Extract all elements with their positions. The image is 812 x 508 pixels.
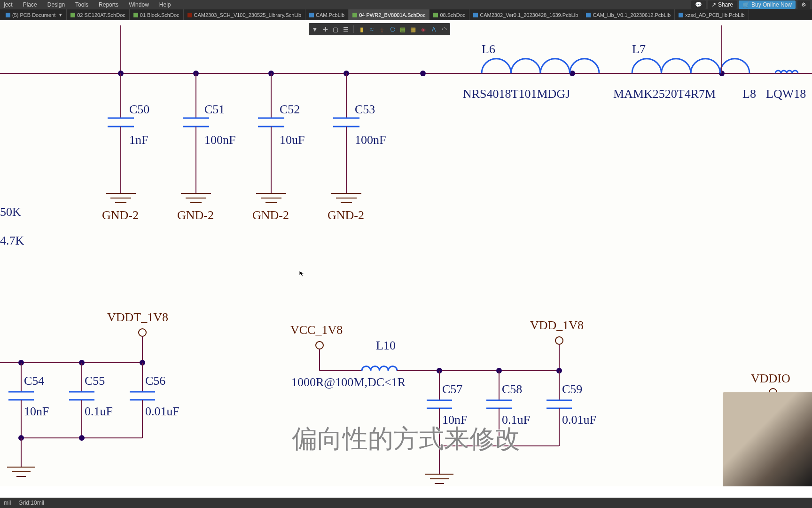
svg-text:VDDIO: VDDIO: [751, 372, 790, 385]
svg-point-104: [555, 337, 563, 344]
svg-text:C54: C54: [24, 374, 44, 388]
svg-text:L8: L8: [742, 87, 756, 101]
subtitle-overlay: 偏向性的方式来修改: [292, 422, 520, 456]
svg-text:GND-2: GND-2: [328, 208, 364, 222]
menu-bar: ject Place Design Tools Reports Window H…: [0, 0, 812, 9]
svg-text:GND-2: GND-2: [252, 208, 289, 222]
svg-text:L7: L7: [632, 42, 646, 56]
netlabel-icon[interactable]: ▤: [398, 25, 407, 33]
svg-point-95: [316, 341, 323, 349]
tab-label: xzsd_AD_PCB_lib.PcbLib: [685, 12, 745, 18]
status-grid: Grid:10mil: [18, 500, 44, 506]
document-tab[interactable]: (5) PCB Document▼: [2, 9, 67, 20]
document-tab[interactable]: CAM.PcbLib: [305, 9, 349, 20]
svg-text:100nF: 100nF: [355, 133, 386, 147]
gnd-icon[interactable]: ⏚: [378, 25, 386, 33]
tab-label: CAM2302_Ver0.1_20230428_1639.PcbLib: [480, 12, 578, 18]
svg-point-63: [139, 329, 146, 336]
chevron-down-icon[interactable]: ▼: [58, 13, 62, 17]
part-icon[interactable]: ▮: [357, 25, 366, 33]
svg-text:C56: C56: [145, 374, 165, 388]
cross-icon[interactable]: ✚: [321, 25, 329, 33]
svg-text:0.01uF: 0.01uF: [562, 413, 596, 427]
svg-text:1000R@100M,DC<1R: 1000R@100M,DC<1R: [291, 375, 406, 389]
arc-icon[interactable]: ◠: [440, 25, 448, 33]
svg-text:C55: C55: [85, 374, 105, 388]
menu-help[interactable]: Help: [159, 1, 171, 8]
svg-text:C50: C50: [129, 103, 149, 116]
svg-text:10uF: 10uF: [280, 133, 304, 147]
document-tab[interactable]: CAM2302_Ver0.1_20230428_1639.PcbLib: [469, 9, 582, 20]
wire-icon[interactable]: ≈: [367, 25, 376, 33]
svg-point-6: [420, 71, 426, 76]
file-icon: [473, 13, 478, 17]
tab-label: CAM2303_SCH_V100_230525_Library.SchLib: [194, 12, 302, 18]
file-icon: [309, 13, 314, 17]
svg-text:GND-2: GND-2: [177, 208, 214, 222]
active-bar[interactable]: ▼ ✚ ▢ ☰ ▮ ≈ ⏚ ⎔ ▤ ▦ ◈ A ◠: [309, 23, 450, 35]
svg-point-89: [79, 435, 85, 441]
r-label-50k: 50K: [0, 205, 21, 219]
svg-text:100nF: 100nF: [204, 133, 235, 147]
svg-text:C59: C59: [562, 382, 582, 396]
webcam-overlay: [723, 392, 812, 486]
r-label-47k: 4.7K: [0, 234, 24, 247]
tab-label: 02 SC120AT.SchDoc: [77, 12, 125, 18]
settings-icon[interactable]: ⚙: [797, 0, 810, 9]
tab-label: CAM.PcbLib: [316, 12, 344, 18]
status-bar: mil Grid:10mil: [0, 498, 812, 508]
file-icon: [187, 13, 192, 17]
tab-label: 08.SchDoc: [440, 12, 465, 18]
document-tab[interactable]: 01 Block.SchDoc: [130, 9, 184, 20]
port-icon[interactable]: ⎔: [388, 25, 397, 33]
menu-design[interactable]: Design: [47, 1, 65, 8]
tab-label: 01 Block.SchDoc: [140, 12, 180, 18]
file-icon: [133, 13, 138, 17]
document-tab-bar: (5) PCB Document▼02 SC120AT.SchDoc01 Blo…: [0, 9, 812, 20]
svg-text:MAMK2520T4R7M: MAMK2520T4R7M: [613, 87, 716, 101]
menu-window[interactable]: Window: [129, 1, 149, 8]
file-icon: [352, 13, 357, 17]
filter-icon[interactable]: ▼: [311, 25, 319, 33]
svg-text:10nF: 10nF: [24, 405, 49, 418]
svg-text:0.01uF: 0.01uF: [145, 405, 180, 418]
tab-label: CAM_Lib_V0.1_20230612.PcbLib: [593, 12, 671, 18]
svg-text:C57: C57: [442, 382, 462, 396]
text-icon[interactable]: A: [429, 25, 438, 33]
svg-text:1nF: 1nF: [129, 133, 148, 147]
file-icon: [433, 13, 438, 17]
probe-icon[interactable]: ◈: [419, 25, 428, 33]
menu-reports[interactable]: Reports: [99, 1, 118, 8]
svg-text:C53: C53: [355, 103, 375, 116]
document-tab[interactable]: xzsd_AD_PCB_lib.PcbLib: [675, 9, 749, 20]
status-unit: mil: [4, 500, 11, 506]
document-tab[interactable]: 04 PWR2_BV8001A.SchDoc: [349, 9, 429, 20]
svg-text:L6: L6: [482, 42, 495, 56]
svg-text:NRS4018T101MDGJ: NRS4018T101MDGJ: [463, 87, 570, 101]
align-icon[interactable]: ☰: [342, 25, 350, 33]
notification-icon[interactable]: 💬: [691, 0, 706, 9]
document-tab[interactable]: 08.SchDoc: [429, 9, 469, 20]
svg-text:VDD_1V8: VDD_1V8: [530, 318, 584, 332]
menu-place[interactable]: Place: [23, 1, 37, 8]
svg-text:LQW18: LQW18: [766, 87, 806, 101]
share-button[interactable]: ↗ Share: [708, 0, 737, 9]
svg-text:C52: C52: [280, 103, 300, 116]
file-icon: [679, 13, 683, 17]
file-icon: [586, 13, 591, 17]
buy-button[interactable]: 🛒 Buy Online Now: [739, 0, 796, 9]
sheet-icon[interactable]: ▦: [409, 25, 417, 33]
document-tab[interactable]: CAM_Lib_V0.1_20230612.PcbLib: [582, 9, 675, 20]
file-icon: [6, 13, 10, 17]
document-tab[interactable]: CAM2303_SCH_V100_230525_Library.SchLib: [184, 9, 306, 20]
document-tab[interactable]: 02 SC120AT.SchDoc: [67, 9, 130, 20]
menu-tools[interactable]: Tools: [75, 1, 88, 8]
svg-text:C51: C51: [204, 103, 225, 116]
svg-text:VCC_1V8: VCC_1V8: [290, 323, 343, 337]
rect-icon[interactable]: ▢: [331, 25, 340, 33]
menu-project[interactable]: ject: [4, 1, 13, 8]
tab-label: (5) PCB Document: [12, 12, 55, 18]
tab-label: 04 PWR2_BV8001A.SchDoc: [359, 12, 425, 18]
svg-text:0.1uF: 0.1uF: [85, 405, 113, 418]
svg-text:GND-2: GND-2: [102, 208, 139, 222]
